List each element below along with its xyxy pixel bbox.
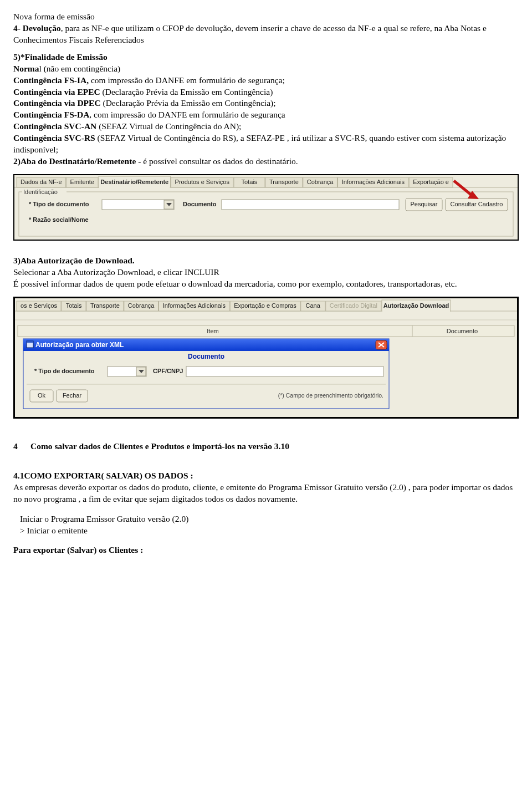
paragraph-exportar-clientes: Para exportar (Salvar) os Clientes :: [13, 544, 519, 556]
tab-label: Dados da NF-e: [21, 179, 62, 185]
text: com impressão do DANFE em formulário de …: [91, 75, 285, 85]
text: > Iniciar o emitente: [20, 526, 88, 535]
tab-label: Transporte: [269, 179, 299, 185]
label-tipo-documento: * Tipo de documento: [34, 368, 95, 374]
label-tipo-documento: * Tipo de documento: [29, 201, 89, 207]
text: Para exportar (Salvar) os Clientes :: [13, 545, 143, 554]
tab-label: Cobrança: [128, 302, 155, 309]
text: (Declaração Prévia da Emissão em Conting…: [103, 98, 275, 108]
section-4-heading: 4 Como salvar dados de Clientes e Produt…: [13, 441, 519, 452]
text-bold: 3)Aba Autorização de Download.: [13, 256, 135, 265]
text: , para as NF-e que utilizam o CFOP de de…: [13, 23, 487, 44]
dialog-heading: Documento: [188, 353, 224, 360]
text-bold: Contingência FS-IA,: [13, 75, 91, 85]
svg-rect-3: [99, 187, 170, 188]
text: l (não em contingência): [39, 64, 121, 73]
label-cpf-cnpj: CPF/CNPJ: [153, 368, 183, 374]
label-documento: Documento: [183, 201, 217, 207]
text-bold: 2)Aba do Destinatário/Remetente -: [13, 156, 143, 166]
text: Selecionar a Aba Autorização Download, e…: [13, 267, 219, 277]
text-bold: 4.1COMO EXPORTAR( SALVAR) OS DADOS :: [13, 471, 193, 480]
paragraph-exportar: 4.1COMO EXPORTAR( SALVAR) OS DADOS : As …: [13, 470, 519, 505]
text-bold: 5)*Finalidade de Emissão: [13, 52, 108, 62]
tab-label: Destinatário/Remetente: [100, 179, 168, 185]
paragraph-finalidade: 5)*Finalidade de Emissão Normal (não em …: [13, 52, 519, 167]
tipo-documento-select[interactable]: [102, 200, 174, 210]
svg-text:Ok: Ok: [38, 392, 46, 399]
text: 4: [13, 441, 18, 451]
column-item: Item: [207, 328, 218, 334]
svg-rect-20: [27, 341, 33, 343]
text: As empresas deverão exportar os dados do…: [13, 482, 513, 503]
text-bold: Contingência via EPEC: [13, 87, 103, 96]
svg-text:Consultar Cadastro: Consultar Cadastro: [451, 201, 503, 207]
svg-rect-13: [382, 311, 450, 312]
tab-label: Exportação e: [413, 179, 449, 185]
text: Iniciar o Programa Emissor Gratuito vers…: [20, 514, 188, 523]
required-note: (*) Campo de preenchimento obrigatório.: [278, 392, 383, 399]
tab-label: Cobrança: [307, 179, 334, 185]
paragraph-nova-forma: Nova forma de emissão 4- Devolução, para…: [13, 11, 519, 46]
paragraph-autorizacao-download: 3)Aba Autorização de Download. Seleciona…: [13, 255, 519, 290]
tab-label: Transporte: [90, 302, 120, 309]
text: , com impressão do DANFE em formulário d…: [89, 110, 285, 119]
svg-rect-15: [18, 325, 514, 337]
tab-label: Informações Adicionais: [163, 302, 226, 309]
tab-label: Totais: [242, 179, 258, 185]
label-razao-social: * Razão social/Nome: [29, 216, 89, 223]
text-bold: 4- Devolução: [13, 23, 61, 33]
text-bold: Norma: [13, 64, 39, 73]
screenshot-destinatario-remetente: Dados da NF-eEmitenteDestinatário/Remete…: [13, 174, 519, 241]
tab-label: Produtos e Serviços: [175, 179, 230, 185]
tab-label: Totais: [66, 302, 82, 309]
tab-label: Autorização Download: [383, 302, 449, 309]
dialog-title: Autorização para obter XML: [35, 341, 124, 349]
text: (Declaração Prévia da Emissão em Conting…: [103, 87, 273, 96]
paragraph-iniciar: Iniciar o Programa Emissor Gratuito vers…: [13, 513, 519, 537]
dialog-autorizacao-xml: Autorização para obter XML Documento * T…: [23, 339, 389, 409]
text-bold: Contingência SVC-AN: [13, 121, 99, 131]
tab-label: Informações Adicionais: [342, 179, 405, 185]
text-bold: Contingência via DPEC: [13, 98, 103, 108]
close-button[interactable]: [376, 340, 387, 349]
text: É possível informar dados de quem pode e…: [13, 279, 457, 288]
tab-label: Certificado Digital: [330, 302, 377, 309]
text: Como salvar dados de Clientes e Produtos…: [30, 441, 289, 451]
text: é possível consultar os dados do destina…: [143, 156, 298, 166]
tab-label: Emitente: [70, 179, 94, 185]
svg-text:Fechar: Fechar: [63, 392, 82, 399]
svg-text:Pesquisar: Pesquisar: [411, 201, 438, 207]
window-icon: [27, 341, 33, 348]
text: Nova forma de emissão: [13, 12, 95, 21]
tab-label: Exportação e Compras: [234, 302, 296, 309]
tab-label: os e Serviços: [21, 302, 58, 309]
text-bold: Contingência FS-DA: [13, 110, 89, 119]
screenshot-autorizacao-download: os e ServiçosTotaisTransporteCobrançaInf…: [13, 297, 519, 419]
text: (SEFAZ Virtual de Contingência do AN);: [99, 121, 241, 131]
text-bold: Contingência SVC-RS: [13, 133, 98, 142]
group-label: Identificação: [23, 189, 58, 195]
tab-label: Cana: [306, 302, 321, 309]
cpf-cnpj-input[interactable]: [186, 367, 383, 376]
column-documento: Documento: [447, 328, 478, 334]
documento-input[interactable]: [222, 200, 399, 210]
